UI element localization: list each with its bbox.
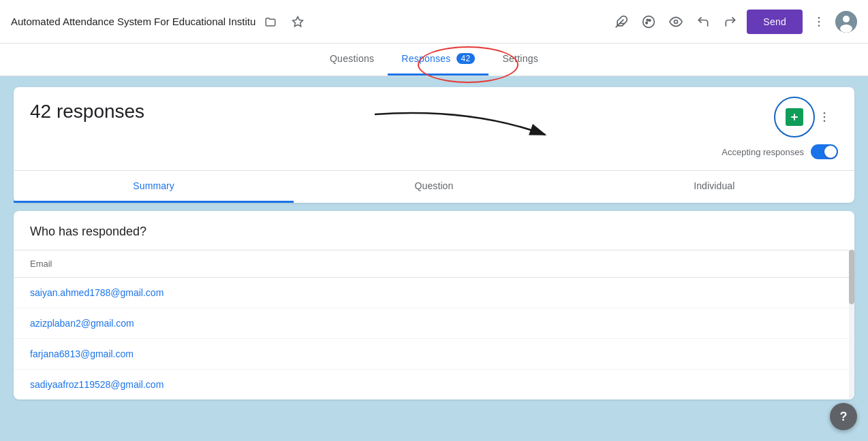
svg-point-9 [818, 20, 820, 22]
svg-marker-0 [293, 16, 303, 26]
svg-point-10 [818, 24, 820, 27]
more-options-icon[interactable] [808, 11, 830, 33]
accepting-toggle[interactable] [811, 144, 838, 159]
svg-point-12 [843, 16, 850, 22]
svg-point-7 [675, 20, 678, 23]
scrollbar-thumb [849, 250, 854, 304]
folder-icon[interactable] [260, 11, 281, 33]
avatar[interactable] [835, 11, 857, 33]
responses-card: 42 responses Accepting responses [14, 87, 854, 203]
toggle-knob [824, 146, 837, 158]
svg-point-18 [824, 116, 826, 118]
star-icon[interactable] [287, 11, 309, 33]
palette-icon[interactable] [638, 11, 660, 33]
svg-point-6 [647, 19, 649, 21]
svg-point-8 [818, 16, 820, 18]
list-item: farjana6813@gmail.com [14, 339, 854, 370]
who-responded-card: Who has responded? Email saiyan.ahmed178… [14, 211, 854, 399]
svg-point-5 [649, 19, 651, 21]
list-item: saiyan.ahmed1788@gmail.com [14, 278, 854, 308]
page-title: Automated Attendance System For Educatio… [11, 16, 255, 27]
svg-rect-16 [794, 114, 795, 120]
main-content: 42 responses Accepting responses [0, 76, 868, 438]
email-table-container: Email saiyan.ahmed1788@gmail.com azizpla… [14, 250, 854, 399]
email-column-header: Email [14, 250, 854, 278]
responses-header: 42 responses [30, 101, 838, 131]
puzzle-icon[interactable] [610, 11, 632, 33]
list-item: azizplaban2@gmail.com [14, 308, 854, 339]
tab-settings[interactable]: Settings [489, 44, 552, 76]
svg-point-13 [840, 24, 852, 33]
add-sheets-wrapper [781, 103, 808, 131]
header-actions [781, 103, 838, 131]
topbar-right-actions: Send [610, 10, 857, 34]
scrollbar[interactable] [849, 250, 854, 399]
response-count: 42 responses [30, 101, 144, 122]
tab-questions[interactable]: Questions [316, 44, 388, 76]
svg-point-19 [824, 120, 826, 122]
list-item: sadiyaafroz119528@gmail.com [14, 370, 854, 399]
email-table: Email saiyan.ahmed1788@gmail.com azizpla… [14, 250, 854, 399]
who-responded-title: Who has responded? [14, 211, 854, 250]
tab-responses[interactable]: Responses 42 [388, 44, 489, 76]
svg-point-3 [643, 16, 655, 27]
nav-tabs: Questions Responses 42 Settings [0, 44, 868, 76]
send-button[interactable]: Send [747, 10, 803, 34]
subtab-summary[interactable]: Summary [14, 171, 294, 203]
add-to-sheets-button[interactable] [781, 103, 808, 131]
svg-point-4 [646, 22, 648, 24]
sub-tabs: Summary Question Individual [14, 170, 854, 203]
topbar: Automated Attendance System For Educatio… [0, 0, 868, 44]
accepting-label: Accepting responses [722, 147, 804, 157]
subtab-question[interactable]: Question [294, 171, 574, 203]
title-actions [260, 11, 309, 33]
sheets-icon [786, 108, 803, 126]
redo-icon[interactable] [719, 11, 741, 33]
preview-icon[interactable] [665, 11, 687, 33]
accepting-responses-row: Accepting responses [30, 139, 838, 170]
help-button[interactable]: ? [830, 403, 857, 430]
undo-icon[interactable] [692, 11, 714, 33]
svg-point-17 [824, 112, 826, 114]
responses-more-button[interactable] [811, 103, 838, 131]
subtab-individual[interactable]: Individual [574, 171, 854, 203]
